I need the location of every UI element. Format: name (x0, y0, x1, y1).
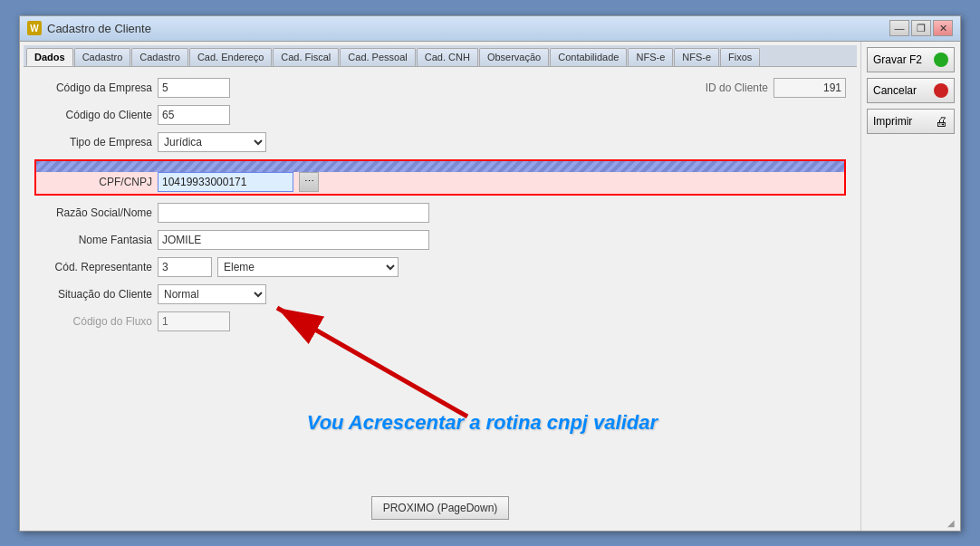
id-cliente-label: ID do Cliente (706, 81, 768, 94)
tab-nfse-2[interactable]: NFS-e (674, 48, 719, 66)
tipo-empresa-select[interactable]: Jurídica Física (158, 132, 266, 152)
side-panel: Gravar F2 Cancelar Imprimir 🖨 (860, 42, 960, 531)
title-bar: W Cadastro de Cliente — ❐ ✕ (20, 16, 960, 42)
form-area: ID do Cliente Código da Empresa Código d… (24, 71, 857, 489)
codigo-fluxo-row: Código do Fluxo (34, 311, 846, 331)
razao-social-label: Razão Social/Nome (34, 206, 152, 219)
tipo-empresa-row: Tipo de Empresa Jurídica Física (34, 132, 846, 152)
minimize-button[interactable]: — (889, 20, 909, 36)
cpf-cnpj-input[interactable] (158, 172, 293, 192)
printer-icon: 🖨 (934, 114, 948, 129)
codigo-cliente-label: Código do Cliente (34, 109, 152, 121)
situacao-cliente-select[interactable]: Normal Inativo Bloqueado (158, 284, 266, 304)
tipo-empresa-label: Tipo de Empresa (34, 136, 152, 148)
cancelar-icon (934, 83, 948, 98)
tab-nfse-1[interactable]: NFS-e (628, 48, 673, 66)
situacao-cliente-label: Situação do Cliente (34, 288, 152, 301)
imprimir-button[interactable]: Imprimir 🖨 (867, 109, 955, 134)
id-cliente-input[interactable] (773, 78, 846, 98)
nome-fantasia-row: Nome Fantasia (34, 230, 846, 250)
resize-corner: ◢ (947, 518, 958, 529)
window-title: Cadastro de Cliente (47, 22, 151, 35)
tab-cad-endereco[interactable]: Cad. Endereço (189, 48, 272, 66)
codigo-cliente-row: Código do Cliente (34, 105, 846, 125)
main-window: W Cadastro de Cliente — ❐ ✕ Dados Cadast… (19, 15, 961, 532)
bottom-bar: PROXIMO (PageDown) (24, 489, 857, 527)
tab-cad-cnh[interactable]: Cad. CNH (417, 48, 478, 66)
app-icon: W (27, 21, 42, 35)
imprimir-label: Imprimir (873, 115, 912, 128)
gravar-icon (934, 53, 948, 67)
codigo-cliente-input[interactable] (158, 105, 230, 125)
nome-fantasia-label: Nome Fantasia (34, 234, 152, 246)
tabs-row: Dados Cadastro Cadastro Cad. Endereço Ca… (24, 45, 857, 67)
cod-representante-row: Cód. Representante Eleme (34, 257, 846, 277)
tab-observacao[interactable]: Observação (479, 48, 549, 66)
cod-representante-label: Cód. Representante (34, 261, 152, 273)
tab-cad-fiscal[interactable]: Cad. Fiscal (273, 48, 339, 66)
razao-social-row: Razão Social/Nome (34, 203, 846, 223)
razao-social-input[interactable] (158, 203, 429, 223)
cancelar-button[interactable]: Cancelar (867, 78, 955, 103)
content-area: Dados Cadastro Cadastro Cad. Endereço Ca… (20, 42, 960, 531)
codigo-empresa-label: Código da Empresa (34, 81, 152, 94)
representante-select[interactable]: Eleme (217, 257, 399, 277)
tab-cadastro-1[interactable]: Cadastro (74, 48, 131, 66)
cpf-cnpj-label: CPF/CNPJ (40, 176, 152, 188)
codigo-fluxo-label: Código do Fluxo (34, 315, 152, 328)
tab-fixos[interactable]: Fixos (720, 48, 760, 66)
proximo-button[interactable]: PROXIMO (PageDown) (371, 496, 510, 520)
gravar-label: Gravar F2 (873, 53, 922, 66)
gravar-button[interactable]: Gravar F2 (867, 47, 955, 72)
cancelar-label: Cancelar (873, 84, 917, 97)
annotation-text: Vou Acrescentar a rotina cnpj validar (307, 411, 658, 435)
main-panel: Dados Cadastro Cadastro Cad. Endereço Ca… (20, 42, 860, 531)
tab-dados[interactable]: Dados (26, 48, 73, 66)
close-button[interactable]: ✕ (933, 20, 953, 36)
codigo-fluxo-input (158, 311, 230, 331)
restore-button[interactable]: ❐ (911, 20, 931, 36)
cpf-search-button[interactable]: ⋯ (299, 172, 319, 192)
tab-cad-pessoal[interactable]: Cad. Pessoal (340, 48, 415, 66)
annotation-area: Vou Acrescentar a rotina cnpj validar (114, 254, 658, 435)
cpf-stripe-decoration (36, 161, 844, 172)
tab-contabilidade[interactable]: Contabilidade (550, 48, 627, 66)
cod-representante-input[interactable] (158, 257, 212, 277)
codigo-empresa-input[interactable] (158, 78, 230, 98)
id-cliente-row: ID do Cliente (706, 78, 846, 98)
nome-fantasia-input[interactable] (158, 230, 429, 250)
arrow-svg (114, 254, 658, 435)
cpf-cnpj-row-highlighted: CPF/CNPJ ⋯ (34, 159, 846, 196)
situacao-cliente-row: Situação do Cliente Normal Inativo Bloqu… (34, 284, 846, 304)
tab-cadastro-2[interactable]: Cadastro (131, 48, 188, 66)
